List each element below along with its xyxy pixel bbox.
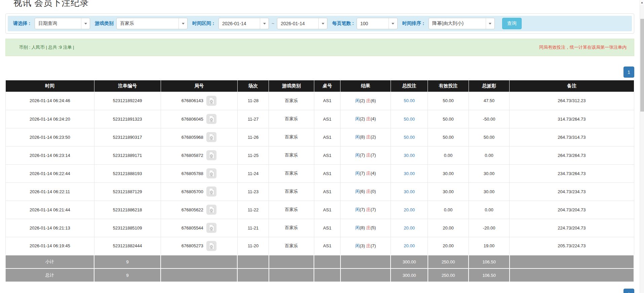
- video-replay-icon[interactable]: [206, 132, 217, 142]
- video-replay-icon[interactable]: [206, 168, 217, 179]
- video-replay-icon[interactable]: [206, 222, 217, 233]
- total-bet-link[interactable]: 20.00: [404, 207, 415, 212]
- banker-score: (7): [370, 207, 376, 212]
- page-size-value: 100: [357, 21, 389, 26]
- chevron-down-icon: [389, 18, 397, 29]
- video-replay-icon[interactable]: [206, 241, 217, 251]
- round-id: 676805273: [182, 243, 203, 248]
- total-bet-link[interactable]: 20.00: [404, 243, 415, 248]
- column-header-8: 有效投注: [428, 80, 469, 92]
- total-bet-cell: 20.00: [391, 237, 428, 255]
- player-label: 闲: [355, 225, 360, 230]
- page-1-button[interactable]: 1: [623, 67, 634, 78]
- game-type-cell: 百家乐: [269, 237, 314, 255]
- page-size-select[interactable]: 100: [357, 18, 398, 29]
- range-separator: ~: [272, 21, 274, 26]
- table-number-cell: AS1: [314, 164, 340, 182]
- total-bet-link[interactable]: 20.00: [404, 225, 415, 231]
- time-cell: 2026-01-14 06:23:14: [6, 146, 94, 164]
- pagination-bottom: 1: [5, 289, 634, 293]
- banker-score: (7): [370, 153, 376, 158]
- round-id: 676806143: [182, 98, 203, 103]
- scroll-up-icon[interactable]: ▲: [640, 0, 644, 5]
- video-replay-icon[interactable]: [206, 204, 217, 215]
- session-cell: 11-26: [237, 128, 269, 146]
- payout-cell: 30.00: [469, 164, 510, 182]
- player-score: (6): [360, 189, 366, 194]
- query-button[interactable]: 查询: [502, 18, 522, 29]
- banker-label: 庄: [366, 153, 370, 158]
- game-type-select[interactable]: 百家乐: [116, 18, 188, 29]
- time-cell: 2026-01-14 06:19:45: [6, 237, 94, 255]
- sort-select[interactable]: 降幂(由大到小): [429, 18, 495, 29]
- date-from-select[interactable]: 2026-01-14: [218, 18, 269, 29]
- banker-label: 庄: [366, 243, 370, 248]
- bet-id-cell: 523121882444: [94, 237, 161, 255]
- remark-cell: 204.73/204.73: [510, 201, 634, 219]
- round-id-cell: 676805273: [161, 237, 237, 255]
- video-replay-icon[interactable]: [206, 150, 217, 161]
- same-round-note: 同局有效投注，统一计算在该局第一张注单内: [539, 44, 627, 50]
- round-id: 676805968: [182, 135, 203, 140]
- round-id-cell: 676805544: [161, 219, 237, 237]
- total-bet-link[interactable]: 30.00: [404, 153, 415, 158]
- date-to-select[interactable]: 2026-01-14: [277, 18, 327, 29]
- video-replay-icon[interactable]: [206, 186, 217, 197]
- table-header-row: 时间注单编号局号场次游戏类别桌号结果总投注有效投注总派彩备注: [6, 80, 634, 92]
- valid-bet-cell: 30.00: [428, 182, 469, 201]
- total-payout: 106.50: [469, 268, 510, 282]
- video-replay-icon[interactable]: [206, 95, 217, 106]
- scrollbar-thumb[interactable]: [640, 19, 644, 112]
- banker-label: 庄: [366, 116, 370, 121]
- total-bet-link[interactable]: 50.00: [404, 98, 415, 103]
- page-1-button-bottom[interactable]: 1: [623, 289, 634, 293]
- table-row: 2026-01-14 06:21:13523121885109676805544…: [6, 219, 634, 237]
- sort-label: 时间排序：: [402, 20, 426, 27]
- session-cell: 11-27: [237, 110, 269, 128]
- banker-score: (6): [370, 98, 376, 103]
- player-label: 闲: [355, 153, 360, 158]
- column-header-0: 时间: [6, 80, 94, 92]
- total-bet-cell: 30.00: [391, 182, 428, 201]
- result-cell: 闲(7) 庄(4): [340, 164, 391, 182]
- payout-cell: -20.00: [469, 219, 510, 237]
- payout-cell: 47.50: [469, 92, 510, 110]
- player-score: (7): [360, 153, 366, 158]
- payout-cell: 0.00: [469, 201, 510, 219]
- time-cell: 2026-01-14 06:21:44: [6, 201, 94, 219]
- vertical-scrollbar[interactable]: ▲: [640, 0, 644, 293]
- pagination-top: 1: [5, 67, 634, 78]
- page: 视讯 会员下注纪录 请选择： 日期查询 游戏类别 百家乐 时间区间： 2026-…: [0, 0, 640, 293]
- video-replay-icon[interactable]: [206, 114, 217, 124]
- total-bet-link[interactable]: 30.00: [404, 189, 415, 194]
- total-bet-link[interactable]: 50.00: [404, 117, 415, 122]
- round-id-cell: 676805788: [161, 164, 237, 182]
- summary-bar: 币别 : 人民币 | 总共 :9 注单 | 同局有效投注，统一计算在该局第一张注…: [5, 39, 634, 56]
- chevron-down-icon: [81, 18, 90, 29]
- session-cell: 11-20: [237, 237, 269, 255]
- total-bet-cell: 50.00: [391, 128, 428, 146]
- table-body: 2026-01-14 06:24:46523121892249676806143…: [6, 92, 634, 255]
- total-total-bet: 300.00: [391, 268, 428, 282]
- round-id-cell: 676806045: [161, 110, 237, 128]
- total-bet-link[interactable]: 50.00: [404, 135, 415, 140]
- remark-cell: 224.73/204.73: [510, 219, 634, 237]
- round-id-cell: 676805700: [161, 182, 237, 201]
- query-type-select[interactable]: 日期查询: [35, 18, 90, 29]
- game-type-label: 游戏类别: [95, 20, 114, 27]
- column-header-2: 局号: [161, 80, 237, 92]
- total-bet-link[interactable]: 30.00: [404, 171, 415, 176]
- player-score: (7): [360, 207, 366, 212]
- column-header-7: 总投注: [391, 80, 428, 92]
- table-row: 2026-01-14 06:22:44523121888193676805788…: [6, 164, 634, 182]
- payout-cell: 30.00: [469, 182, 510, 201]
- round-id: 676805788: [182, 171, 203, 176]
- game-type-value: 百家乐: [117, 20, 178, 27]
- table-number-cell: AS1: [314, 128, 340, 146]
- payout-cell: 0.00: [469, 146, 510, 164]
- valid-bet-cell: 50.00: [428, 128, 469, 146]
- time-cell: 2026-01-14 06:24:46: [6, 92, 94, 110]
- date-from-value: 2026-01-14: [219, 21, 260, 26]
- valid-bet-cell: 50.00: [428, 110, 469, 128]
- game-type-cell: 百家乐: [269, 164, 314, 182]
